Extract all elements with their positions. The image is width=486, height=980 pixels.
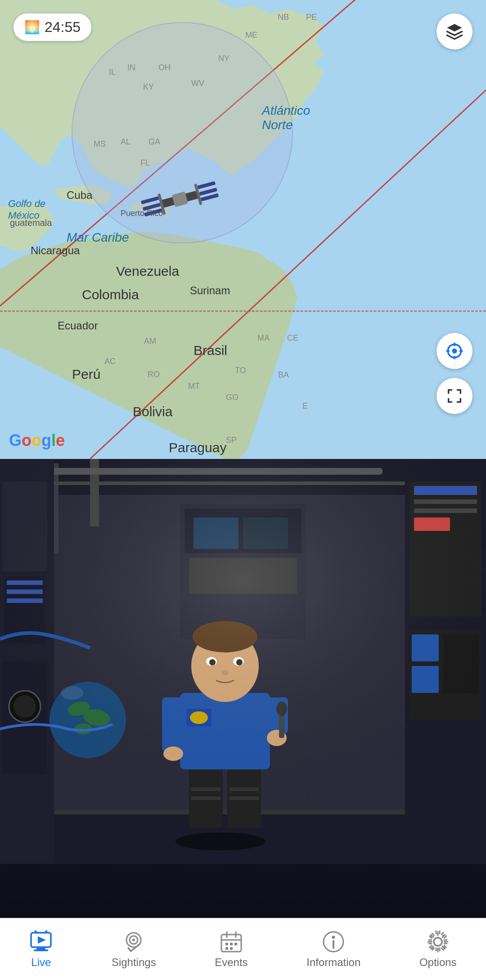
map-label-to: TO xyxy=(235,366,246,375)
nav-item-sightings[interactable]: Sightings xyxy=(103,926,165,973)
map-label-in: IN xyxy=(127,63,135,72)
nav-item-options[interactable]: Options xyxy=(410,926,466,973)
events-icon xyxy=(220,930,243,953)
map-label-ac: AC xyxy=(104,357,116,366)
expand-button[interactable] xyxy=(436,378,472,414)
map-label-caribe: Mar Caribe xyxy=(67,230,129,245)
map-label-al: AL xyxy=(121,137,130,147)
map-label-sp: SP xyxy=(226,436,237,445)
map-label-il: IL xyxy=(109,67,116,77)
timer-value: 24:55 xyxy=(45,19,81,36)
nav-label-events: Events xyxy=(215,956,248,969)
svg-point-91 xyxy=(132,939,135,941)
iss-interior-svg xyxy=(0,459,486,864)
center-iss-button[interactable] xyxy=(436,333,472,369)
svg-rect-88 xyxy=(34,949,48,951)
map-label-brasil: Brasil xyxy=(194,343,227,358)
svg-point-102 xyxy=(332,935,335,939)
options-icon xyxy=(426,930,450,953)
nav-label-sightings: Sightings xyxy=(112,956,156,969)
bottom-nav: Live Sightings xyxy=(0,918,486,980)
svg-rect-100 xyxy=(230,947,233,950)
map-label-go: GO xyxy=(226,393,238,402)
map-label-me: ME xyxy=(245,31,257,40)
svg-rect-99 xyxy=(225,947,228,950)
map-label-am: AM xyxy=(144,337,156,346)
nav-label-live: Live xyxy=(31,956,51,969)
svg-marker-86 xyxy=(38,936,46,944)
layer-button[interactable] xyxy=(436,13,472,49)
map-label-surinam: Surinam xyxy=(190,284,230,297)
map-svg xyxy=(0,0,486,459)
map-label-atlantico: AtlánticoNorte xyxy=(262,103,310,132)
map-label-guatemala: guatemala xyxy=(10,218,52,228)
sightings-icon xyxy=(122,930,145,953)
svg-point-105 xyxy=(434,938,442,946)
map-label-wv: WV xyxy=(191,79,204,88)
map-label-nicaragua: Nicaragua xyxy=(31,244,80,257)
map-label-colombia: Colombia xyxy=(82,287,139,302)
map-label-e: E xyxy=(302,401,308,411)
nav-item-information[interactable]: Information xyxy=(297,926,369,973)
map-label-ecuador: Ecuador xyxy=(58,319,98,332)
svg-rect-98 xyxy=(234,943,237,945)
equator-line xyxy=(0,310,486,312)
svg-point-4 xyxy=(72,22,292,243)
map-label-nb: NB xyxy=(278,13,289,22)
svg-point-16 xyxy=(452,349,457,354)
map-label-ga: GA xyxy=(148,137,160,147)
map-label-oh: OH xyxy=(158,63,171,72)
svg-rect-96 xyxy=(225,943,228,945)
map-label-ny: NY xyxy=(218,54,230,63)
map-label-fl: FL xyxy=(140,158,150,168)
live-icon xyxy=(29,930,53,953)
map-label-ce: CE xyxy=(287,333,298,343)
nav-item-events[interactable]: Events xyxy=(206,926,256,973)
video-feed xyxy=(0,459,486,918)
map-section[interactable]: NB PE ME NY IN OH WV KY IL MS AL GA FL C… xyxy=(0,0,486,459)
svg-rect-97 xyxy=(230,943,233,945)
map-label-ba: BA xyxy=(278,370,289,380)
google-logo: Google xyxy=(9,431,65,450)
sunrise-icon: 🌅 xyxy=(24,20,40,35)
svg-rect-82 xyxy=(0,459,486,864)
map-label-peru: Perú xyxy=(72,367,100,382)
map-label-mt: MT xyxy=(188,382,200,391)
map-label-cuba: Cuba xyxy=(67,189,92,202)
nav-item-live[interactable]: Live xyxy=(20,926,62,973)
video-section xyxy=(0,459,486,918)
map-label-puertorico: Puerto Rico xyxy=(121,209,163,218)
svg-rect-87 xyxy=(36,947,45,949)
nav-label-information: Information xyxy=(306,956,360,969)
map-label-pe: PE xyxy=(306,13,317,22)
timer-badge: 🌅 24:55 xyxy=(14,13,91,41)
nav-label-options: Options xyxy=(419,956,457,969)
map-label-bolivia: Bolivia xyxy=(133,404,172,419)
map-label-ma: MA xyxy=(257,333,270,343)
map-label-ky: KY xyxy=(143,82,154,92)
information-icon xyxy=(322,930,345,953)
map-label-ms: MS xyxy=(94,139,106,149)
map-label-paraguay: Paraguay xyxy=(169,440,226,455)
map-label-venezuela: Venezuela xyxy=(116,264,179,279)
map-label-ro: RO xyxy=(148,370,160,379)
